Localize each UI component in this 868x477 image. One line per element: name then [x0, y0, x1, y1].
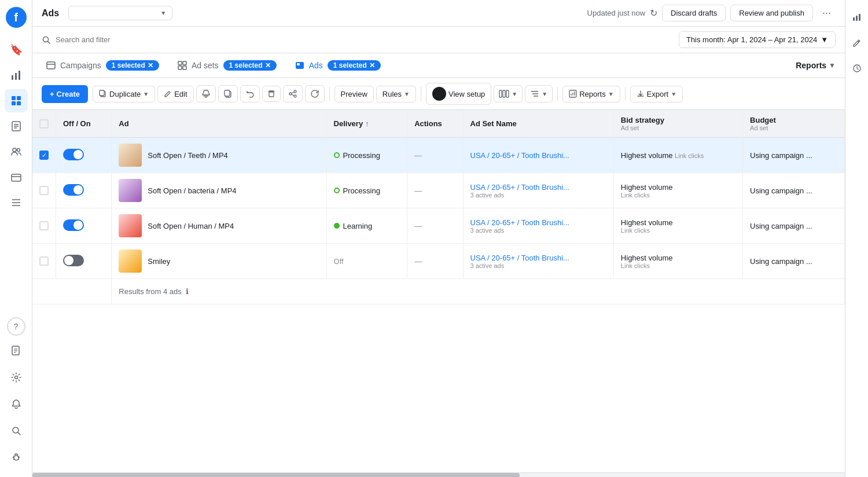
- row-adset-cell: USA / 20-65+ / Tooth Brushi... 3 active …: [463, 208, 613, 244]
- refresh-button[interactable]: [305, 85, 325, 102]
- preview-label: Preview: [341, 90, 367, 98]
- sidebar-icon-more[interactable]: [5, 191, 28, 214]
- sidebar-icon-bugs[interactable]: [5, 446, 28, 469]
- ad-name: Soft Open / Human / MP4: [148, 222, 234, 230]
- header-delivery[interactable]: Delivery ↑: [326, 110, 407, 138]
- table-row: Soft Open / Human / MP4 Learning —: [32, 208, 845, 244]
- right-sidebar-edit-icon[interactable]: [847, 32, 867, 53]
- reports-button[interactable]: Reports ▼: [562, 86, 620, 102]
- row-checkbox[interactable]: [39, 221, 49, 230]
- tab-adsets[interactable]: Ad sets 1 selected ✕: [173, 58, 281, 73]
- tab-row: Campaigns 1 selected ✕ Ad sets 1 selecte…: [32, 53, 845, 78]
- sidebar-icon-audience[interactable]: [5, 140, 28, 163]
- header-bid-strategy: Bid strategy Ad set: [613, 110, 742, 138]
- sidebar-icon-pages[interactable]: [5, 115, 28, 138]
- row-checkbox-cell[interactable]: [32, 173, 56, 208]
- breakdown-button[interactable]: ▼: [525, 85, 553, 102]
- columns-button[interactable]: ▼: [494, 85, 523, 102]
- date-range-button[interactable]: This month: Apr 1, 2024 – Apr 21, 2024 ▼: [679, 31, 836, 48]
- adsets-deselect-icon[interactable]: ✕: [265, 61, 271, 69]
- sidebar-icon-notifications[interactable]: [5, 392, 28, 416]
- more-options-icon[interactable]: ···: [818, 5, 836, 21]
- share-button[interactable]: [283, 85, 303, 102]
- sidebar-icon-billing[interactable]: [5, 166, 28, 189]
- view-setup-button[interactable]: View setup: [426, 83, 491, 105]
- tab-adsets-label: Ad sets: [192, 61, 219, 70]
- undo-button[interactable]: [240, 85, 260, 102]
- adset-link[interactable]: USA / 20-65+ / Tooth Brushi...: [470, 218, 606, 227]
- copy-button[interactable]: [218, 85, 238, 102]
- chevron-down-icon: ▼: [542, 91, 547, 97]
- copy-icon: [223, 89, 233, 98]
- row-toggle-cell[interactable]: [56, 173, 112, 208]
- discard-drafts-button[interactable]: Discard drafts: [662, 5, 726, 21]
- edit-button[interactable]: Edit: [157, 86, 193, 102]
- campaigns-selected-badge: 1 selected ✕: [106, 60, 159, 71]
- row-checkbox[interactable]: ✓: [39, 151, 49, 160]
- scrollbar-thumb[interactable]: [32, 473, 520, 477]
- delete-button[interactable]: [262, 86, 281, 102]
- review-publish-button[interactable]: Review and publish: [730, 5, 813, 21]
- export-button[interactable]: Export ▼: [630, 86, 683, 102]
- ads-deselect-icon[interactable]: ✕: [369, 61, 375, 69]
- svg-line-27: [19, 457, 20, 458]
- row-checkbox-cell[interactable]: [32, 244, 56, 279]
- sidebar-icon-docs[interactable]: [5, 339, 28, 362]
- select-all-checkbox[interactable]: [39, 119, 49, 129]
- sidebar-icon-help[interactable]: ?: [7, 317, 25, 336]
- row-checkbox-cell[interactable]: ✓: [32, 138, 56, 173]
- budget-value: Using campaign ...: [750, 151, 812, 160]
- sidebar-icon-search[interactable]: [5, 419, 28, 442]
- row-checkbox[interactable]: [39, 256, 49, 266]
- svg-line-28: [13, 456, 14, 457]
- tab-ads[interactable]: Ads 1 selected ✕: [290, 58, 385, 73]
- row-budget-cell: Using campaign ...: [743, 138, 845, 173]
- svg-rect-48: [269, 92, 274, 97]
- right-sidebar-clock-icon[interactable]: [847, 58, 867, 79]
- create-button[interactable]: + Create: [42, 85, 88, 103]
- sidebar-icon-settings[interactable]: [5, 366, 28, 389]
- horizontal-scrollbar[interactable]: [32, 472, 845, 477]
- row-toggle-cell[interactable]: [56, 138, 112, 173]
- refresh-icon[interactable]: ↻: [650, 8, 657, 19]
- row-checkbox-cell[interactable]: [32, 208, 56, 244]
- svg-point-22: [14, 376, 17, 379]
- adset-link[interactable]: USA / 20-65+ / Tooth Brushi...: [470, 254, 606, 262]
- campaigns-deselect-icon[interactable]: ✕: [148, 61, 153, 69]
- ads-table: Off / On Ad Delivery ↑ Actions Ad Set Na…: [32, 110, 845, 472]
- duplicate-button[interactable]: Duplicate ▼: [93, 86, 155, 102]
- header-ad: Ad: [112, 110, 326, 138]
- sidebar-icon-campaigns[interactable]: [5, 89, 28, 112]
- row-toggle[interactable]: [63, 184, 84, 196]
- row-checkbox[interactable]: [39, 186, 49, 195]
- sidebar-icon-bookmark[interactable]: 🔖: [5, 38, 28, 61]
- plus-icon: +: [50, 90, 54, 98]
- chevron-down-icon[interactable]: ▼: [829, 61, 836, 69]
- svg-rect-56: [506, 90, 509, 97]
- search-input[interactable]: [56, 35, 674, 44]
- adset-link[interactable]: USA / 20-65+ / Tooth Brushi...: [470, 183, 606, 192]
- separator-4: [625, 87, 626, 101]
- rules-button[interactable]: Rules ▼: [376, 86, 416, 102]
- edit-label: Edit: [174, 90, 187, 98]
- campaign-dropdown[interactable]: ▼: [68, 6, 172, 20]
- svg-rect-43: [100, 90, 104, 96]
- svg-rect-2: [19, 71, 20, 80]
- row-toggle[interactable]: [63, 149, 84, 160]
- sidebar-icon-analytics[interactable]: [5, 64, 28, 87]
- chevron-down-icon: ▼: [404, 91, 410, 97]
- adset-link[interactable]: USA / 20-65+ / Tooth Brushi...: [470, 151, 569, 160]
- row-toggle[interactable]: [63, 219, 84, 231]
- preview-button[interactable]: Preview: [334, 86, 374, 102]
- test-button[interactable]: [196, 85, 216, 102]
- row-toggle-cell[interactable]: [56, 208, 112, 244]
- row-toggle[interactable]: [63, 255, 84, 266]
- chevron-down-icon: ▼: [671, 91, 676, 97]
- delivery-status-icon: [334, 223, 340, 229]
- right-sidebar-chart-icon[interactable]: [847, 7, 867, 28]
- row-toggle-cell[interactable]: [56, 244, 112, 279]
- tab-campaigns[interactable]: Campaigns 1 selected ✕: [42, 58, 164, 73]
- svg-rect-0: [12, 75, 13, 80]
- searchbar: This month: Apr 1, 2024 – Apr 21, 2024 ▼: [32, 27, 845, 53]
- svg-line-29: [18, 456, 19, 457]
